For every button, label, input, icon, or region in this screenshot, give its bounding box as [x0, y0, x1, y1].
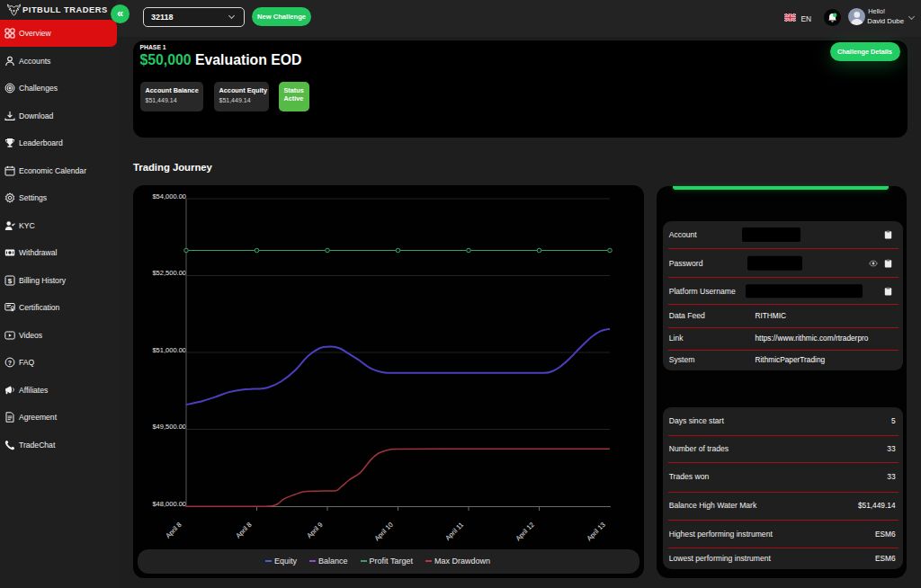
svg-text:?: ? [8, 360, 12, 366]
svg-text:$: $ [8, 276, 13, 284]
